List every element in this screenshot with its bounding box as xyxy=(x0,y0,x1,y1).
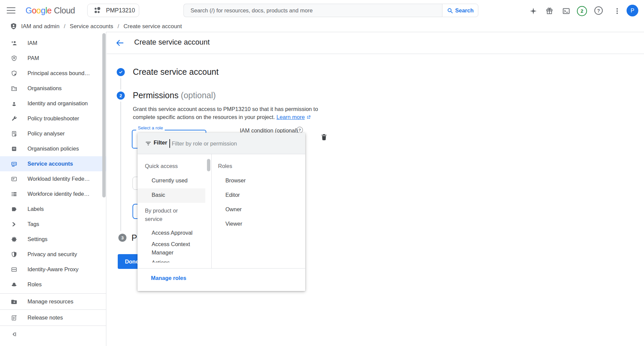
step3-number: 3 xyxy=(121,235,124,240)
dropdown-item-currently-used[interactable]: Currently used xyxy=(152,177,187,184)
sidebar-item-labels[interactable]: Labels xyxy=(0,201,106,217)
dropdown-item-editor[interactable]: Editor xyxy=(225,192,240,198)
role-filter-bar: Filter xyxy=(138,133,305,154)
hamburger-menu-icon[interactable] xyxy=(7,7,15,13)
sidebar-item-workforce-identity-federation[interactable]: Workforce identity fede… xyxy=(0,186,106,201)
sidebar-item-identity-and-organisation[interactable]: Identity and organisation xyxy=(0,96,106,111)
dropdown-column-divider xyxy=(211,154,212,268)
sidebar-item-label: Privacy and security xyxy=(28,251,77,257)
avatar[interactable]: P xyxy=(627,5,638,16)
google-cloud-logo[interactable]: GoogleCloud xyxy=(25,6,75,15)
sidebar-item-label: Organisation policies xyxy=(28,146,79,152)
step3-title-clipped: P xyxy=(131,233,137,243)
sidebar-item-manage-resources[interactable]: Manage resources xyxy=(0,294,106,309)
dropdown-item-basic[interactable]: Basic xyxy=(152,192,165,198)
collapse-sidebar-button[interactable] xyxy=(8,328,20,340)
logo-letter: G xyxy=(25,6,32,15)
document-icon xyxy=(11,146,17,152)
iam-condition-help-icon[interactable]: ? xyxy=(297,127,303,133)
sidebar-item-service-accounts[interactable]: Service accounts xyxy=(0,156,106,171)
more-options-kebab-icon[interactable] xyxy=(613,7,621,15)
step2-number: 2 xyxy=(119,93,122,98)
sidebar-item-release-notes[interactable]: Release notes xyxy=(0,310,106,325)
sidebar-item-label: Workforce identity fede… xyxy=(28,191,90,197)
sidebar-item-principal-access-boundary[interactable]: Principal access bound… xyxy=(0,66,106,81)
search-button[interactable]: Search xyxy=(442,4,478,17)
sidebar-item-tags[interactable]: Tags xyxy=(0,217,106,232)
dropdown-group-header: Quick access xyxy=(145,163,178,169)
folder-gear-icon xyxy=(11,298,17,305)
breadcrumb-item-create-service-account[interactable]: Create service account xyxy=(123,23,182,30)
document-gear-icon xyxy=(11,130,17,137)
page-title: Create service account xyxy=(134,38,210,47)
id-card-icon xyxy=(11,176,17,182)
sidebar-item-privacy-and-security[interactable]: Privacy and security xyxy=(0,247,106,262)
sidebar-scrollbar-thumb[interactable] xyxy=(102,33,106,197)
stepper-connector xyxy=(120,78,121,90)
sidebar-divider xyxy=(0,326,106,326)
help-icon[interactable]: ? xyxy=(594,6,603,15)
sidebar-item-label: Settings xyxy=(28,236,48,242)
question-glyph: ? xyxy=(597,8,600,13)
dropdown-item-basic-highlight[interactable] xyxy=(138,188,205,203)
logo-letter: o xyxy=(36,6,41,15)
project-picker-button[interactable]: PMP13210 xyxy=(87,4,139,17)
sidebar-divider xyxy=(0,293,106,294)
building-icon xyxy=(11,85,17,92)
sidebar-item-pam[interactable]: PAM xyxy=(0,51,106,66)
filter-icon xyxy=(145,140,152,147)
dropdown-item-clipped[interactable]: Actions xyxy=(152,260,170,263)
dropdown-item-viewer[interactable]: Viewer xyxy=(225,221,242,227)
breadcrumb-item-iam-and-admin[interactable]: IAM and admin xyxy=(21,23,59,30)
filter-label: Filter xyxy=(154,139,167,146)
global-search-field[interactable] xyxy=(183,4,442,17)
manage-roles-link[interactable]: Manage roles xyxy=(151,275,186,281)
dropdown-item-browser[interactable]: Browser xyxy=(225,177,246,184)
dropdown-item-access-context-manager[interactable]: Access Context Manager xyxy=(152,240,194,257)
sidebar-item-workload-identity-federation[interactable]: Workload Identity Fede… xyxy=(0,171,106,186)
notifications-badge[interactable]: 2 xyxy=(577,6,587,16)
gemini-sparkle-icon[interactable] xyxy=(529,7,537,15)
stepper-connector xyxy=(120,102,121,231)
sidebar-item-policy-troubleshooter[interactable]: Policy troubleshooter xyxy=(0,111,106,126)
sidebar-item-organisation-policies[interactable]: Organisation policies xyxy=(0,141,106,156)
hat-icon xyxy=(11,281,17,288)
back-arrow-icon[interactable] xyxy=(115,39,124,47)
role-filter-input[interactable] xyxy=(171,137,300,150)
breadcrumb-item-service-accounts[interactable]: Service accounts xyxy=(70,23,113,30)
gcp-console: GoogleCloud PMP13210 Search 2 ? P xyxy=(0,0,644,346)
sidebar-item-roles[interactable]: Roles xyxy=(0,277,106,292)
iam-shield-icon xyxy=(10,22,17,30)
permissions-description: Grant this service account access to PMP… xyxy=(133,105,318,121)
header-divider xyxy=(107,54,644,54)
sidebar-item-policy-analyser[interactable]: Policy analyser xyxy=(0,126,106,141)
learn-more-link[interactable]: Learn more xyxy=(276,114,305,120)
dropdown-item-owner[interactable]: Owner xyxy=(225,206,242,213)
sidebar-item-label: Organisations xyxy=(28,85,62,92)
check-icon xyxy=(118,70,123,74)
sidebar-item-label: Service accounts xyxy=(28,161,73,167)
bulleted-list-icon xyxy=(11,191,17,197)
search-input[interactable] xyxy=(190,7,436,14)
dropdown-item-access-approval[interactable]: Access Approval xyxy=(152,230,193,236)
step2-title-suffix: (optional) xyxy=(181,91,216,100)
gear-icon xyxy=(11,236,17,243)
logo-letter: e xyxy=(47,6,51,15)
step3-number-circle: 3 xyxy=(118,234,126,242)
breadcrumb: IAM and admin / Service accounts / Creat… xyxy=(0,21,644,32)
gift-icon[interactable] xyxy=(545,7,553,15)
collapse-panel-icon xyxy=(10,331,18,338)
select-role-floating-label: Select a role xyxy=(136,125,165,130)
dropdown-scrollbar-thumb[interactable] xyxy=(207,159,210,171)
sidebar-item-settings[interactable]: Settings xyxy=(0,232,106,247)
external-link-icon xyxy=(306,115,311,120)
sidebar-item-iam[interactable]: IAM xyxy=(0,36,106,51)
sidebar-item-label: Roles xyxy=(28,281,42,288)
breadcrumb-separator: / xyxy=(118,23,119,30)
step2-title-text: Permissions xyxy=(133,91,178,100)
sidebar-item-identity-aware-proxy[interactable]: Identity-Aware Proxy xyxy=(0,262,106,277)
cloud-shell-icon[interactable] xyxy=(562,7,570,15)
delete-role-trash-icon[interactable] xyxy=(320,133,328,141)
sidebar-item-organisations[interactable]: Organisations xyxy=(0,81,106,96)
sidebar-item-label: Labels xyxy=(28,206,44,212)
